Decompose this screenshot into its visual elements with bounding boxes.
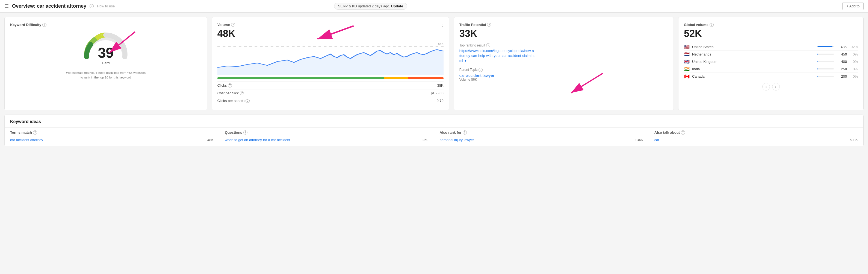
- keyword-ideas-columns: Terms match ? car accident attorney 48K …: [5, 128, 863, 146]
- clicks-help-icon[interactable]: ?: [228, 83, 232, 87]
- prev-button[interactable]: ‹: [762, 83, 770, 90]
- country-list: 🇺🇸 United States 48K 92% 🇳🇱 Netherlands …: [684, 43, 858, 80]
- country-volume: 400: [836, 60, 847, 64]
- parent-topic-help-icon[interactable]: ?: [478, 68, 483, 72]
- country-bar-container: [817, 61, 834, 62]
- country-bar-fill: [817, 46, 833, 47]
- clicks-stat-row: Clicks ? 38K: [217, 81, 443, 89]
- ki-item: when to get an attorney for a car accide…: [225, 137, 428, 143]
- kd-value: 39: [98, 45, 114, 61]
- country-name: Netherlands: [692, 52, 814, 56]
- page-title: Overview: car accident attorney: [12, 3, 86, 9]
- chart-max-label: 68K: [438, 42, 443, 46]
- country-name: Canada: [692, 74, 814, 79]
- cps-label: Clicks per search ?: [217, 99, 250, 103]
- update-notice: SERP & KD updated 2 days ago. Update: [334, 3, 407, 9]
- ki-help-icon[interactable]: ?: [463, 131, 467, 135]
- ki-item: car 698K: [654, 137, 858, 143]
- clicks-bar: [217, 77, 443, 79]
- parent-topic-link[interactable]: car accident lawyer: [459, 73, 494, 78]
- top-ranking-label: Top ranking result ?: [459, 43, 668, 47]
- kd-card-title: Keyword Difficulty ?: [10, 23, 202, 27]
- bar-orange: [408, 77, 443, 79]
- ki-column: Also talk about ? car 698K: [649, 128, 863, 146]
- ki-column-title: Also talk about ?: [654, 131, 858, 135]
- traffic-potential-card: Traffic Potential ? 33K Top ranking resu…: [454, 17, 674, 110]
- global-volume-card: Global volume ? 52K 🇺🇸 United States 48K…: [678, 17, 864, 110]
- add-to-button[interactable]: + Add to: [842, 2, 864, 10]
- traffic-card-title: Traffic Potential ?: [459, 23, 668, 27]
- ki-item-link[interactable]: personal injury lawyer: [440, 138, 474, 142]
- cpc-label: Cost per click ?: [217, 91, 244, 95]
- country-bar-fill: [817, 68, 818, 70]
- more-options-icon[interactable]: ⋮: [440, 22, 445, 28]
- cpc-value: $155.00: [431, 91, 443, 95]
- country-flag: 🇳🇱: [684, 52, 690, 56]
- ki-item-link[interactable]: car: [654, 138, 659, 142]
- volume-help-icon[interactable]: ?: [231, 23, 235, 27]
- top-ranking-url[interactable]: https://www.nolo.com/legal-encyclopedia/…: [459, 49, 534, 63]
- gauge-container: 39 Hard: [10, 30, 202, 68]
- ki-help-icon[interactable]: ?: [681, 131, 685, 135]
- country-name: United States: [692, 45, 814, 49]
- country-flag: 🇨🇦: [684, 74, 690, 79]
- how-to-use-link[interactable]: How to use: [97, 4, 115, 8]
- country-flag: 🇬🇧: [684, 59, 690, 64]
- kd-label: Hard: [102, 61, 110, 65]
- kd-help-icon[interactable]: ?: [42, 23, 46, 27]
- kd-note: We estimate that you'll need backlinks f…: [10, 71, 202, 80]
- volume-card-title: Volume ?: [217, 23, 443, 27]
- ki-item-link[interactable]: when to get an attorney for a car accide…: [225, 138, 290, 142]
- top-ranking-help-icon[interactable]: ?: [486, 43, 490, 47]
- ki-item-link[interactable]: car accident attorney: [10, 138, 43, 142]
- volume-chart: 68K: [217, 42, 443, 75]
- ki-item-value: 134K: [635, 138, 643, 142]
- menu-icon[interactable]: ☰: [4, 3, 9, 9]
- country-pct: 0%: [849, 67, 858, 71]
- cps-value: 0.79: [436, 99, 443, 103]
- global-volume-help-icon[interactable]: ?: [710, 23, 714, 27]
- cards-row: Keyword Difficulty ?: [0, 12, 868, 115]
- country-bar-container: [817, 46, 834, 47]
- ki-column: Also rank for ? personal injury lawyer 1…: [434, 128, 649, 146]
- global-volume-value: 52K: [684, 28, 858, 39]
- country-row: 🇳🇱 Netherlands 450 0%: [684, 51, 858, 58]
- help-icon: ?: [90, 4, 94, 8]
- volume-card: Volume ? ⋮ 48K 68K Clicks: [212, 17, 449, 110]
- country-flag: 🇮🇳: [684, 67, 690, 71]
- clicks-label: Clicks ?: [217, 83, 232, 87]
- ki-help-icon[interactable]: ?: [33, 131, 37, 135]
- bar-yellow: [384, 77, 408, 79]
- country-volume: 450: [836, 52, 847, 56]
- cps-help-icon[interactable]: ?: [246, 99, 250, 103]
- country-volume: 250: [836, 67, 847, 71]
- update-link[interactable]: Update: [391, 4, 403, 8]
- country-row: 🇨🇦 Canada 200 0%: [684, 73, 858, 80]
- ki-item-value: 48K: [207, 138, 214, 142]
- ki-column-title: Terms match ?: [10, 131, 214, 135]
- ki-help-icon[interactable]: ?: [243, 131, 247, 135]
- bar-green: [217, 77, 384, 79]
- kd-card: Keyword Difficulty ?: [4, 17, 207, 110]
- volume-value: 48K: [217, 28, 443, 39]
- next-button[interactable]: ›: [772, 83, 780, 90]
- traffic-value: 33K: [459, 28, 668, 39]
- keyword-ideas-title: Keyword ideas: [5, 115, 863, 128]
- ki-column: Terms match ? car accident attorney 48K: [5, 128, 219, 146]
- country-row: 🇮🇳 India 250 0%: [684, 65, 858, 73]
- country-bar-fill: [817, 61, 818, 62]
- keyword-ideas-section: Keyword ideas Terms match ? car accident…: [4, 115, 864, 146]
- ki-item: car accident attorney 48K: [10, 137, 214, 143]
- cpc-help-icon[interactable]: ?: [240, 91, 244, 95]
- country-pct: 0%: [849, 52, 858, 56]
- volume-chart-svg: [217, 42, 443, 75]
- ki-column: Questions ? when to get an attorney for …: [219, 128, 434, 146]
- country-pct: 0%: [849, 60, 858, 64]
- cps-stat-row: Clicks per search ? 0.79: [217, 97, 443, 105]
- parent-volume: Volume 86K: [459, 78, 668, 81]
- tp-dropdown-icon[interactable]: ▼: [464, 59, 467, 62]
- global-volume-title: Global volume ?: [684, 23, 858, 27]
- cpc-stat-row: Cost per click ? $155.00: [217, 89, 443, 97]
- traffic-help-icon[interactable]: ?: [487, 23, 491, 27]
- country-bar-fill: [817, 54, 818, 55]
